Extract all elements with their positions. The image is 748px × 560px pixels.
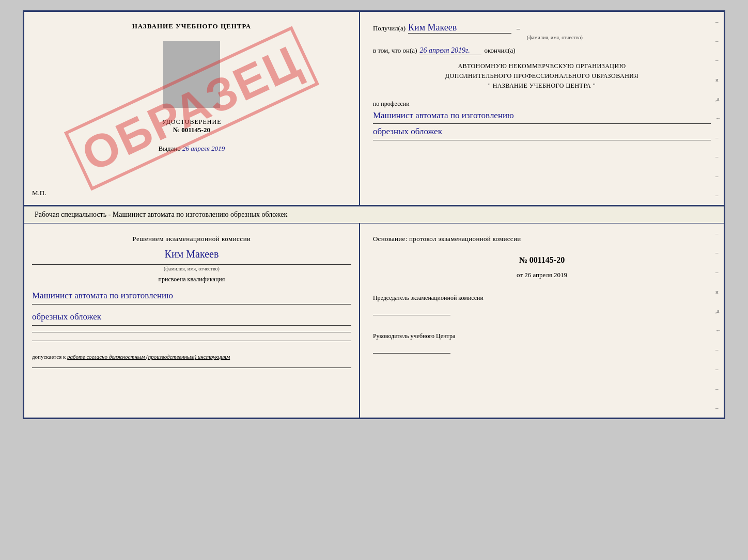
vydano-date: 26 апреля 2019: [182, 145, 225, 152]
cert-right-panel: Получил(а) Ким Макеев – (фамилия, имя, о…: [360, 12, 724, 205]
predsedatel-signature-line: [373, 305, 450, 315]
poluchil-label: Получил(а): [373, 24, 406, 33]
fio-sub: (фамилия, имя, отчество): [399, 35, 711, 40]
resheniyem-label: Решением экзаменационной комиссии: [32, 234, 351, 244]
poluchil-section: Получил(а) Ким Макеев – (фамилия, имя, о…: [373, 22, 711, 40]
profession-line2: обрезных обложек: [373, 124, 711, 140]
ot-date-line: от 26 апреля 2019: [373, 271, 711, 279]
bottom-margin-marks: – – – и ,а ← – – – –: [715, 223, 721, 418]
blank-line1: [32, 332, 351, 332]
blank-line2: [32, 341, 351, 341]
ot-label: от: [517, 271, 523, 279]
protocol-number: № 001145-20: [373, 255, 711, 265]
bottom-fio-sub: (фамилия, имя, отчество): [32, 264, 351, 271]
document-container: НАЗВАНИЕ УЧЕБНОГО ЦЕНТРА УДОСТОВЕРЕНИЕ №…: [23, 10, 725, 419]
qualification-line2: обрезных обложек: [32, 309, 351, 326]
bottom-name: Ким Макеев: [32, 248, 351, 260]
vtom-label: в том, что он(а): [373, 46, 417, 55]
dopuskaetsya-section: допускается к работе согласно должностны…: [32, 353, 351, 361]
poluchil-line: Получил(а) Ким Макеев –: [373, 22, 711, 34]
vtom-line: в том, что он(а) 26 апреля 2019г. окончи…: [373, 46, 711, 55]
right-margin-marks: – – – и ,а ← – – – –: [715, 12, 721, 205]
certificate-top: НАЗВАНИЕ УЧЕБНОГО ЦЕНТРА УДОСТОВЕРЕНИЕ №…: [23, 10, 725, 206]
org-block: АВТОНОМНУЮ НЕКОММЕРЧЕСКУЮ ОРГАНИЗАЦИЮ ДО…: [373, 61, 711, 91]
po-professii-section: по профессии Машинист автомата по изгото…: [373, 100, 711, 140]
org-line2: ДОПОЛНИТЕЛЬНОГО ПРОФЕССИОНАЛЬНОГО ОБРАЗО…: [373, 71, 711, 81]
po-professii-label: по профессии: [373, 100, 711, 108]
vydano-line: Выдано 26 апреля 2019: [159, 145, 225, 153]
middle-label-text: Рабочая специальность - Машинист автомат…: [35, 211, 287, 218]
photo-placeholder: [163, 41, 220, 108]
middle-label: Рабочая специальность - Машинист автомат…: [23, 206, 725, 223]
rukovoditel-signature-line: [373, 343, 450, 354]
dash1: –: [517, 24, 520, 33]
prisvoena-label: присвоена квалификация: [32, 276, 351, 283]
udostoverenie-block: УДОСТОВЕРЕНИЕ № 001145-20: [162, 118, 221, 134]
recipient-name: Ким Макеев: [408, 22, 511, 34]
vydano-label: Выдано: [159, 145, 181, 152]
vtom-date: 26 апреля 2019г.: [419, 46, 481, 55]
blank-line3: [32, 367, 351, 368]
certificate-bottom: Решением экзаменационной комиссии Ким Ма…: [23, 223, 725, 419]
cert-number: № 001145-20: [162, 126, 221, 134]
org-line1: АВТОНОМНУЮ НЕКОММЕРЧЕСКУЮ ОРГАНИЗАЦИЮ: [373, 61, 711, 71]
osnovaniye-label: Основание: протокол экзаменационной коми…: [373, 234, 711, 244]
qualification-line1: Машинист автомата по изготовлению: [32, 287, 351, 305]
cert-bottom-right: Основание: протокол экзаменационной коми…: [360, 223, 724, 418]
predsedatel-label: Председатель экзаменационной комиссии: [373, 293, 711, 302]
predsedatel-block: Председатель экзаменационной комиссии: [373, 293, 711, 317]
org-line3: " НАЗВАНИЕ УЧЕБНОГО ЦЕНТРА ": [373, 81, 711, 91]
mp-label: М.П.: [32, 189, 46, 197]
okonchil-label: окончил(а): [484, 46, 515, 55]
udostoverenie-label: УДОСТОВЕРЕНИЕ: [162, 118, 221, 126]
cert-title: НАЗВАНИЕ УЧЕБНОГО ЦЕНТРА: [132, 22, 252, 30]
rukovoditel-block: Руководитель учебного Центра: [373, 331, 711, 356]
dopuskaetsya-label: допускается к: [32, 354, 66, 360]
cert-bottom-left: Решением экзаменационной комиссии Ким Ма…: [24, 223, 360, 418]
profession-line1: Машинист автомата по изготовлению: [373, 108, 711, 124]
rukovoditel-label: Руководитель учебного Центра: [373, 331, 711, 341]
dopuskaetsya-text: работе согласно должностным (производств…: [67, 354, 230, 360]
cert-left-panel: НАЗВАНИЕ УЧЕБНОГО ЦЕНТРА УДОСТОВЕРЕНИЕ №…: [24, 12, 360, 205]
ot-date-value: 26 апреля 2019: [524, 271, 567, 279]
